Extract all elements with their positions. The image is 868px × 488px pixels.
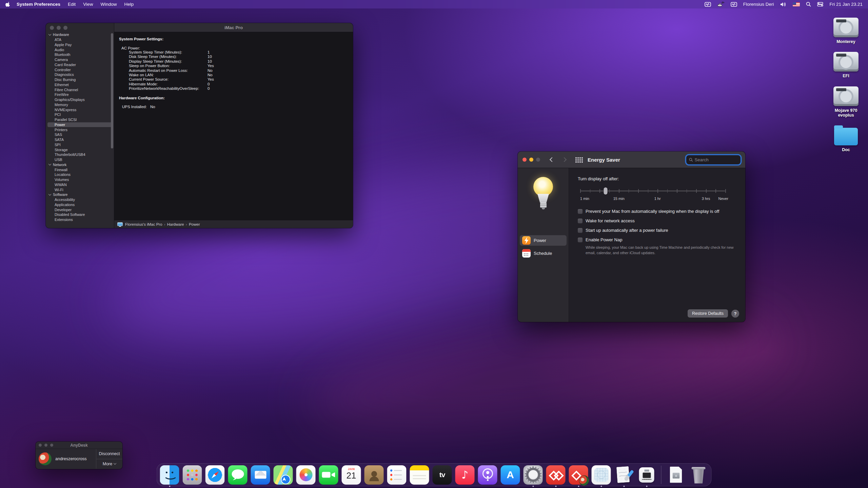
breadcrumb-item[interactable]: Florensius's iMac Pro [125, 222, 163, 226]
tree-item-card-reader[interactable]: Card Reader [46, 62, 114, 67]
menu-help[interactable]: Help [124, 2, 134, 7]
tree-item-disabled-software[interactable]: Disabled Software [46, 212, 114, 217]
dock-blueprint[interactable] [592, 465, 611, 485]
dock-notes[interactable] [410, 465, 429, 485]
tree-item-pci[interactable]: PCI [46, 112, 114, 117]
tree-item-sas[interactable]: SAS [46, 132, 114, 137]
breadcrumb-item[interactable]: Hardware [166, 222, 185, 226]
dock-chiptool[interactable] [637, 465, 656, 485]
spotlight-icon[interactable] [806, 2, 811, 7]
apple-menu-icon[interactable] [5, 1, 11, 7]
search-input[interactable] [695, 157, 738, 162]
tree-item-thunderbolt-usb4[interactable]: Thunderbolt/USB4 [46, 152, 114, 157]
sidebar-scrollbar[interactable] [111, 33, 113, 148]
tree-section-hardware[interactable]: Hardware [46, 32, 114, 37]
checkbox[interactable] [578, 219, 583, 223]
tree-item-sata[interactable]: SATA [46, 137, 114, 142]
show-all-preferences-icon[interactable] [575, 157, 577, 159]
checkbox[interactable] [578, 238, 583, 242]
forward-button[interactable] [562, 157, 567, 162]
energy-tab-power[interactable]: Power [520, 235, 567, 246]
search-field[interactable] [686, 155, 741, 164]
tree-item-nvmexpress[interactable]: NVMExpress [46, 107, 114, 112]
dock-podcasts[interactable] [478, 465, 497, 485]
dock-safari[interactable] [205, 465, 225, 485]
tree-item-camera[interactable]: Camera [46, 57, 114, 62]
display-off-slider[interactable] [580, 187, 725, 195]
disconnect-button[interactable]: Disconnect [96, 449, 122, 459]
menu-bar-clock[interactable]: Fri 21 Jan 23.21 [829, 2, 863, 7]
energy-tab-schedule[interactable]: Schedule [520, 248, 567, 259]
tree-item-bluetooth[interactable]: Bluetooth [46, 52, 114, 57]
desktop-icon-efi[interactable]: EFI [833, 52, 859, 78]
tree-item-spi[interactable]: SPI [46, 142, 114, 147]
dock-tv[interactable]: tv [433, 465, 452, 485]
tree-item-apple-pay[interactable]: Apple Pay [46, 42, 114, 47]
volume-icon[interactable] [780, 2, 787, 7]
tree-section-network[interactable]: Network [46, 162, 114, 167]
menu-edit[interactable]: Edit [68, 2, 76, 7]
tree-item-graphics-displays[interactable]: Graphics/Displays [46, 97, 114, 102]
active-app-name[interactable]: System Preferences [17, 2, 60, 7]
zoom-button[interactable] [63, 26, 67, 30]
more-button[interactable]: More [96, 459, 122, 469]
tree-item-extensions[interactable]: Extensions [46, 217, 114, 222]
tree-item-usb[interactable]: USB [46, 157, 114, 162]
dock-sysprefs[interactable] [524, 465, 543, 485]
menu-view[interactable]: View [83, 2, 93, 7]
tree-item-firewire[interactable]: FireWire [46, 92, 114, 97]
dock-music[interactable]: ♪ [455, 465, 475, 485]
input-source-flag-icon[interactable] [793, 2, 800, 6]
tree-item-audio[interactable]: Audio [46, 47, 114, 52]
dock-photos[interactable] [296, 465, 316, 485]
tree-item-firewall[interactable]: Firewall [46, 167, 114, 172]
tree-item-wwan[interactable]: WWAN [46, 182, 114, 187]
dock-trash[interactable] [689, 465, 708, 485]
desktop-icon-mojave-970-evoplus[interactable]: Mojave 970 evoplus [829, 86, 863, 118]
tree-item-developer[interactable]: Developer [46, 207, 114, 212]
tree-item-volumes[interactable]: Volumes [46, 177, 114, 182]
dock-calendar[interactable]: JAN21 [342, 465, 361, 485]
tree-item-printers[interactable]: Printers [46, 127, 114, 132]
minimize-button[interactable] [529, 158, 533, 162]
close-button[interactable] [50, 26, 54, 30]
tree-item-power[interactable]: Power [47, 122, 112, 127]
dock-appstore[interactable]: A [501, 465, 520, 485]
tree-item-ata[interactable]: ATA [46, 37, 114, 42]
menu-bar-username[interactable]: Florensius Deri [743, 2, 774, 7]
dock-reminders[interactable] [387, 465, 407, 485]
dock-messages[interactable] [228, 465, 248, 485]
tree-item-accessibility[interactable]: Accessibility [46, 197, 114, 202]
checkbox[interactable] [578, 209, 583, 214]
zoom-button[interactable] [536, 158, 540, 162]
close-button[interactable] [522, 158, 527, 162]
tree-item-locations[interactable]: Locations [46, 172, 114, 177]
dock-docfile[interactable] [666, 465, 686, 485]
activity-monitor-icon[interactable] [705, 2, 711, 7]
help-button[interactable]: ? [731, 310, 739, 318]
dock-facetime[interactable] [319, 465, 338, 485]
dock-finder[interactable] [160, 465, 179, 485]
tree-item-wi-fi[interactable]: Wi-Fi [46, 187, 114, 192]
tree-item-disc-burning[interactable]: Disc Burning [46, 77, 114, 82]
breadcrumb-item[interactable]: Power [188, 222, 200, 226]
tree-item-fibre-channel[interactable]: Fibre Channel [46, 87, 114, 92]
dock-hackintool[interactable] [614, 465, 634, 485]
tree-item-applications[interactable]: Applications [46, 202, 114, 207]
menu-window[interactable]: Window [100, 2, 117, 7]
tree-section-software[interactable]: Software [46, 192, 114, 197]
tree-item-storage[interactable]: Storage [46, 147, 114, 152]
dock-launchpad[interactable] [183, 465, 202, 485]
tree-item-memory[interactable]: Memory [46, 102, 114, 107]
desktop-icon-monterey[interactable]: Monterey [833, 18, 859, 44]
tree-item-parallel-scsi[interactable]: Parallel SCSI [46, 117, 114, 122]
anydesk-menu-icon[interactable] [717, 2, 725, 7]
tree-item-diagnostics[interactable]: Diagnostics [46, 72, 114, 77]
dock-mail[interactable] [251, 465, 270, 485]
dock-contacts[interactable] [364, 465, 384, 485]
slider-thumb[interactable] [604, 187, 607, 195]
tree-item-controller[interactable]: Controller [46, 67, 114, 72]
tree-item-ethernet[interactable]: Ethernet [46, 82, 114, 87]
dock-anydesk-session[interactable] [569, 465, 588, 485]
dock-maps[interactable] [274, 465, 293, 485]
